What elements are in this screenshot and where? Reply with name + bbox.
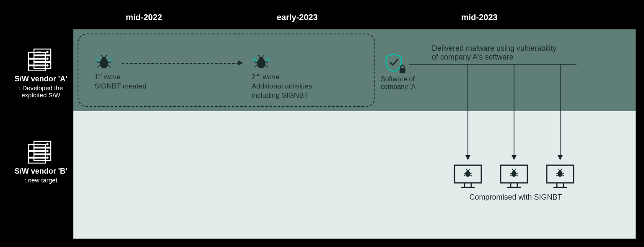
delivery-line1: Delivered malware using vulnerability xyxy=(432,44,556,53)
svg-point-19 xyxy=(47,151,48,152)
timeline-label-1: mid-2022 xyxy=(126,13,162,22)
svg-line-76 xyxy=(561,169,562,170)
vendor-b-title: S/W vendor 'B' xyxy=(8,167,73,176)
svg-line-59 xyxy=(510,173,512,174)
svg-line-39 xyxy=(263,55,264,57)
timeline-label-3: mid-2023 xyxy=(461,13,498,22)
arrow-head-down xyxy=(512,155,517,160)
software-line1: Software of xyxy=(381,75,417,83)
wave-1-rest: wave xyxy=(102,73,120,81)
delivery-vline-3 xyxy=(560,64,561,156)
dashed-arrow xyxy=(122,63,239,64)
monitor-icon xyxy=(453,164,483,191)
delivery-vline-1 xyxy=(467,64,468,156)
svg-point-70 xyxy=(559,170,561,172)
wave-2-ord: nd xyxy=(255,72,260,77)
svg-line-35 xyxy=(254,65,257,67)
svg-line-60 xyxy=(510,175,512,176)
svg-line-49 xyxy=(470,173,472,174)
server-icon xyxy=(26,48,56,71)
waves-dashed-box xyxy=(78,34,375,107)
monitor-icon xyxy=(499,164,529,191)
svg-line-27 xyxy=(97,65,100,67)
wave-1-desc: SIGNBT created xyxy=(94,82,146,91)
vendor-b-block: S/W vendor 'B' : new target xyxy=(8,140,73,184)
shield-lock-icon xyxy=(384,52,407,76)
main-panel: 1st wave SIGNBT created 2nd wave xyxy=(73,29,636,239)
svg-line-72 xyxy=(556,175,558,176)
svg-point-25 xyxy=(102,57,106,61)
svg-line-61 xyxy=(517,173,518,174)
vendor-a-sub: : Developed the exploited S/W xyxy=(8,84,73,99)
wave-2-desc1: Additional activities xyxy=(252,82,312,91)
wave-1-label: 1st wave SIGNBT created xyxy=(94,72,146,91)
vendor-b-sub: : new target xyxy=(8,177,73,184)
delivery-label: Delivered malware using vulnerability of… xyxy=(432,44,556,62)
svg-line-71 xyxy=(556,173,558,174)
svg-line-50 xyxy=(470,175,472,176)
svg-line-74 xyxy=(563,175,564,176)
delivery-line2: of company A's software xyxy=(432,53,556,62)
bug-icon xyxy=(94,55,114,72)
svg-line-31 xyxy=(106,55,107,57)
svg-rect-40 xyxy=(400,68,405,73)
svg-point-33 xyxy=(259,57,263,61)
arrow-head-down xyxy=(558,155,563,160)
svg-point-6 xyxy=(47,52,48,53)
svg-line-38 xyxy=(258,55,260,57)
svg-line-64 xyxy=(515,169,516,170)
delivery-hline-end xyxy=(560,64,576,65)
software-label: Software of company 'A' xyxy=(381,75,417,91)
svg-line-75 xyxy=(558,169,559,170)
vendor-a-block: S/W vendor 'A' : Developed the exploited… xyxy=(8,48,73,99)
svg-point-46 xyxy=(467,170,469,172)
delivery-hline xyxy=(409,64,576,65)
wave-1-ord: st xyxy=(98,72,102,77)
svg-line-29 xyxy=(108,65,111,67)
svg-point-20 xyxy=(47,157,48,159)
arrow-head-down xyxy=(465,155,470,160)
svg-line-52 xyxy=(469,169,470,170)
svg-line-51 xyxy=(466,169,467,170)
delivery-vline-2 xyxy=(514,64,514,156)
svg-line-30 xyxy=(101,55,102,57)
arrow-head-right xyxy=(238,60,243,65)
server-icon xyxy=(26,140,56,164)
svg-line-63 xyxy=(512,169,513,170)
wave-2-label: 2nd wave Additional activities including… xyxy=(252,72,312,100)
svg-line-47 xyxy=(464,173,465,174)
svg-point-7 xyxy=(47,58,48,60)
wave-2-rest: wave xyxy=(261,73,279,81)
bug-icon xyxy=(252,55,271,72)
svg-point-8 xyxy=(47,65,48,66)
svg-point-58 xyxy=(513,170,515,172)
vendor-a-title: S/W vendor 'A' xyxy=(8,75,73,83)
svg-line-73 xyxy=(563,173,564,174)
svg-line-62 xyxy=(517,175,518,176)
software-line2: company 'A' xyxy=(381,83,417,91)
timeline-label-2: early-2023 xyxy=(277,13,318,22)
compromised-label: Compromised with SIGNBT xyxy=(463,193,568,202)
svg-line-37 xyxy=(265,65,268,67)
svg-point-18 xyxy=(47,144,48,145)
wave-2-desc2: including SIGNBT xyxy=(252,91,312,100)
svg-line-48 xyxy=(464,175,465,176)
monitor-icon xyxy=(545,164,575,191)
